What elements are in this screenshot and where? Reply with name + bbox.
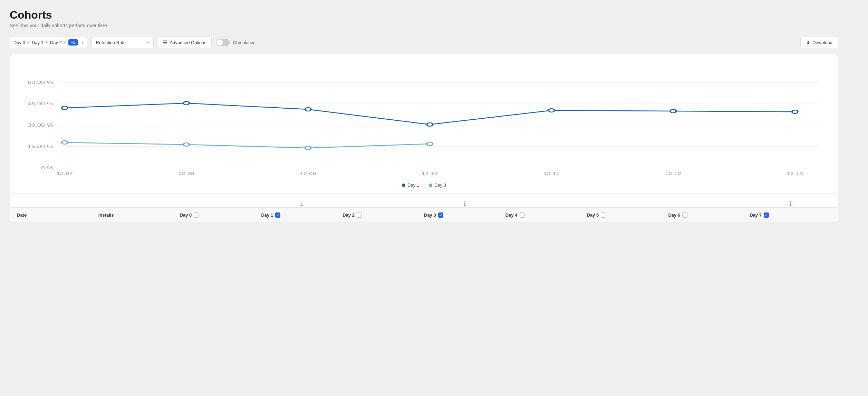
cumulative-toggle-wrap: Cumulative xyxy=(216,39,255,46)
col-day2-label: Day 2 xyxy=(343,212,355,218)
filter-icon: ☰ xyxy=(163,40,167,45)
col-installs-label: Installs xyxy=(98,212,114,218)
legend-day3: Day 3 xyxy=(429,182,446,188)
advanced-options-label: Advanced Options xyxy=(170,40,206,45)
tag-day2: Day 2 ✕ xyxy=(50,40,66,45)
legend-day3-dot xyxy=(429,184,432,187)
chart-area: 60.00 % 45.00 % 30.00 % 15.00 % 0 % 12-0… xyxy=(18,61,830,178)
svg-point-20 xyxy=(305,108,311,111)
col-day3-label: Day 3 xyxy=(424,212,436,218)
chart-card: 60.00 % 45.00 % 30.00 % 15.00 % 0 % 12-0… xyxy=(10,54,838,194)
svg-text:12-13: 12-13 xyxy=(787,171,803,176)
legend-day3-label: Day 3 xyxy=(434,182,446,188)
svg-text:12-12: 12-12 xyxy=(665,171,681,176)
col-day5-checkbox[interactable] xyxy=(601,212,606,218)
svg-text:12-10: 12-10 xyxy=(422,171,438,176)
col-day7-checkbox[interactable] xyxy=(764,212,769,218)
col-day1-checkbox[interactable] xyxy=(275,212,280,218)
page-title: Cohorts xyxy=(10,8,838,21)
table-header: Date Installs Day 0 Day 1 Day 2 Day 3 xyxy=(10,207,838,222)
filter-tags[interactable]: Day 0 ✕ Day 1 ✕ Day 2 ✕ +5 ▾ xyxy=(10,37,87,48)
col-day7: Day 7 xyxy=(750,212,831,218)
svg-text:Install date: Install date xyxy=(65,177,93,178)
svg-point-21 xyxy=(427,123,433,126)
col-day6: Day 6 xyxy=(668,212,750,218)
day3-arrow-icon: ↓ xyxy=(462,198,467,207)
col-day4-checkbox[interactable] xyxy=(520,212,525,218)
page-subtitle: See how your daily cohorts perform over … xyxy=(10,23,838,28)
col-day1-label: Day 1 xyxy=(261,212,273,218)
svg-point-25 xyxy=(62,141,68,144)
svg-point-23 xyxy=(670,109,676,113)
tag-day0-remove[interactable]: ✕ xyxy=(27,41,30,44)
svg-point-28 xyxy=(427,142,433,146)
svg-text:30.00 %: 30.00 % xyxy=(28,123,53,128)
col-installs: Installs xyxy=(98,212,180,218)
toolbar: Day 0 ✕ Day 1 ✕ Day 2 ✕ +5 ▾ Retention R… xyxy=(10,37,838,48)
col-day6-label: Day 6 xyxy=(668,212,680,218)
col-date: Date xyxy=(17,212,98,218)
day1-arrow-icon: ↓ xyxy=(300,198,304,207)
col-day2-checkbox[interactable] xyxy=(357,212,362,218)
legend-day1-label: Day 1 xyxy=(407,182,419,188)
chevron-down-icon: ▾ xyxy=(81,40,84,45)
svg-text:12-07: 12-07 xyxy=(57,171,73,176)
col-day6-checkbox[interactable] xyxy=(682,212,687,218)
col-day5-label: Day 5 xyxy=(587,212,599,218)
advanced-options-button[interactable]: ☰ Advanced Options xyxy=(158,37,212,48)
chart-svg: 60.00 % 45.00 % 30.00 % 15.00 % 0 % 12-0… xyxy=(18,61,830,178)
svg-point-26 xyxy=(183,143,189,146)
tag-day0: Day 0 ✕ xyxy=(13,40,30,45)
col-day3-checkbox[interactable] xyxy=(438,212,443,218)
col-day0-label: Day 0 xyxy=(180,212,192,218)
svg-point-19 xyxy=(183,101,189,105)
metric-chevron-icon: ▾ xyxy=(147,40,149,45)
main-content: Cohorts See how your daily cohorts perfo… xyxy=(10,8,838,223)
svg-point-27 xyxy=(305,146,311,150)
svg-text:12-08: 12-08 xyxy=(178,171,194,176)
svg-text:60.00 %: 60.00 % xyxy=(28,80,53,85)
col-day2: Day 2 xyxy=(343,212,424,218)
day1-arrow-col: ↓ xyxy=(261,198,343,207)
tag-day0-label: Day 0 xyxy=(13,40,25,45)
col-day5: Day 5 xyxy=(587,212,668,218)
tag-day2-label: Day 2 xyxy=(50,40,62,45)
col-day0-checkbox[interactable] xyxy=(194,212,199,218)
col-day7-label: Day 7 xyxy=(750,212,762,218)
svg-point-18 xyxy=(62,106,68,110)
col-day4: Day 4 xyxy=(505,212,587,218)
tag-day2-remove[interactable]: ✕ xyxy=(63,41,66,44)
chart-legend: Day 1 Day 3 xyxy=(18,182,830,188)
download-icon: ⬇ xyxy=(806,40,810,45)
day3-arrow-col: ↓ xyxy=(424,198,505,207)
svg-text:12-09: 12-09 xyxy=(300,171,316,176)
col-day1: Day 1 xyxy=(261,212,343,218)
tag-more[interactable]: +5 xyxy=(68,39,78,46)
cumulative-label: Cumulative xyxy=(233,40,255,45)
cumulative-toggle[interactable] xyxy=(216,39,230,46)
svg-text:15.00 %: 15.00 % xyxy=(28,145,53,149)
col-day4-label: Day 4 xyxy=(505,212,518,218)
download-button[interactable]: ⬇ Download xyxy=(800,37,838,48)
tag-day1: Day 1 ✕ xyxy=(32,40,48,45)
svg-point-22 xyxy=(549,109,554,112)
svg-point-24 xyxy=(792,110,798,113)
tag-day1-label: Day 1 xyxy=(32,40,44,45)
day7-arrow-col: ↓ xyxy=(750,198,831,207)
svg-text:12-11: 12-11 xyxy=(543,171,560,176)
day7-arrow-icon: ↓ xyxy=(788,198,793,207)
tag-day1-remove[interactable]: ✕ xyxy=(45,41,48,44)
legend-day1: Day 1 xyxy=(402,182,419,188)
legend-day1-dot xyxy=(402,184,405,187)
col-day0: Day 0 xyxy=(180,212,261,218)
col-date-label: Date xyxy=(17,212,27,218)
svg-text:45.00 %: 45.00 % xyxy=(28,102,53,107)
svg-text:0 %: 0 % xyxy=(41,166,53,171)
metric-dropdown[interactable]: Retention Rate ▾ xyxy=(91,37,154,48)
metric-label: Retention Rate xyxy=(96,40,126,45)
download-label: Download xyxy=(812,40,832,45)
col-day3: Day 3 xyxy=(424,212,505,218)
